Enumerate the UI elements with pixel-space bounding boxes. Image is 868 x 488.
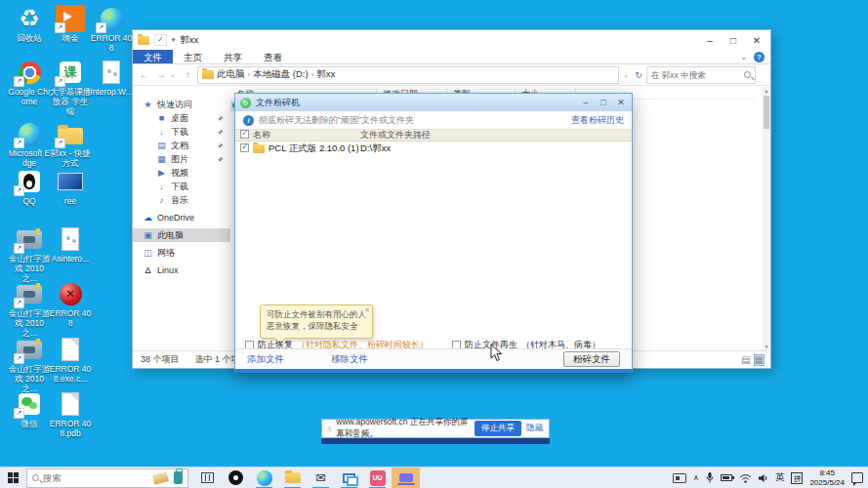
desktop-icon-qq[interactable]: QQ [8,168,51,207]
select-all-checkbox[interactable]: ✓ [240,130,249,139]
column-name[interactable]: 名称 [253,129,360,142]
drag-handle-icon[interactable]: ‖ [328,425,331,433]
address-dropdown-icon[interactable]: ⌄ [621,71,631,79]
start-button[interactable] [0,468,26,488]
desktop-icon-error408-edge[interactable]: ERROR 408 [90,5,133,54]
quick-access-toolbar-icon[interactable]: ✓ [154,34,167,46]
maximize-button[interactable]: □ [722,31,745,50]
desktop-icon-chrome[interactable]: Google Chrome [8,59,51,107]
tab-view[interactable]: 查看 [253,50,293,63]
stop-sharing-button[interactable]: 停止共享 [475,421,521,436]
desktop-icon-recycle-bin[interactable]: ♻ 回收站 [8,5,51,44]
desktop-icon-asintero-file[interactable]: Asintero... [49,225,92,264]
taskbar-search-input[interactable] [43,472,149,483]
breadcrumb-separator: › [248,70,251,79]
breadcrumb-this-pc[interactable]: 此电脑 [217,68,245,81]
taskbar-search[interactable] [26,468,188,488]
shred-files-button[interactable]: 粉碎文件 [563,351,620,367]
explorer-search-input[interactable] [651,70,741,80]
microphone-icon[interactable] [706,472,714,483]
details-view-icon[interactable]: ▤ [741,354,750,366]
shredder-titlebar[interactable]: ↻ 文件粉碎机 – □ ✕ [235,94,632,111]
sidebar-item-downloads[interactable]: ↓ 下载 [133,180,230,193]
taskbar-app-pinwheel[interactable] [222,468,250,488]
speaker-icon[interactable] [759,473,768,483]
action-center-icon[interactable] [851,472,863,483]
desktop-icon-typing-game-2[interactable]: 金山打字游戏 2010之... [8,280,51,338]
wifi-icon[interactable] [739,473,752,483]
tab-home[interactable]: 主页 [173,50,213,63]
column-path[interactable]: 文件或文件夹路径 [360,129,431,142]
scrollbar-thumb[interactable] [764,96,769,129]
breadcrumb[interactable]: 此电脑 › 本地磁盘 (D:) › 郭xx [197,66,619,84]
desktop-icon-error408-exe[interactable]: ERROR 408.exe.c... [49,336,92,385]
scroll-up-icon[interactable]: ▲ [763,88,770,94]
display-tray-icon[interactable] [673,473,686,483]
maximize-button[interactable]: □ [598,98,609,107]
row-checkbox[interactable]: ✓ [240,143,249,152]
forward-icon[interactable]: → [153,69,168,80]
minimize-button[interactable]: – [580,98,592,107]
tab-file[interactable]: 文件 [133,50,173,63]
sidebar-item-music[interactable]: ♪ 音乐 [133,193,230,207]
taskbar-app-file-explorer[interactable] [278,468,307,488]
battery-icon[interactable] [721,474,732,481]
explorer-titlebar[interactable]: ✓ ▾ 郭xx – □ ✕ [133,30,770,50]
taskbar-app-edge[interactable] [250,468,278,488]
sidebar-item-videos[interactable]: ▶ 视频 [133,166,230,180]
shredder-file-row[interactable]: ✓ PCL 正式版 2.10.0 (1) D:\郭xx [235,142,632,156]
help-icon[interactable]: ? [754,52,765,62]
sidebar-item-documents[interactable]: ▤ 文档 [133,139,230,152]
task-view-button[interactable] [193,468,222,488]
back-icon[interactable]: ← [137,69,151,80]
mouse-cursor [490,344,503,362]
ime-mode-icon[interactable]: 拼 [791,472,803,484]
scroll-down-icon[interactable]: ▼ [763,344,770,349]
desktop-icon-typing-game-1[interactable]: 金山打字游戏 2010之... [8,225,51,283]
taskbar-clock[interactable]: 8:45 2025/5/24 [809,468,845,488]
desktop-icon-orange-app[interactable]: 嗨金 [49,5,92,44]
document-icon: ▤ [156,141,167,150]
minimize-button[interactable]: – [698,31,722,50]
view-history-link[interactable]: 查看粉碎历史 [571,114,624,127]
taskbar-app-screen-share-active[interactable] [392,468,420,488]
refresh-icon[interactable]: ↻ [633,70,644,80]
recent-dropdown-icon[interactable]: ⌄ [170,71,179,79]
add-files-link[interactable]: 添加文件 [247,353,284,366]
sidebar-item-network[interactable]: ◫ 网络 [133,246,230,260]
tab-share[interactable]: 共享 [213,50,253,63]
hide-link[interactable]: 隐藏 [526,423,543,434]
desktop-icon-wechat[interactable]: 微信 [8,390,51,429]
sidebar-item-downloads-pinned[interactable]: ↓ 下载 [133,125,230,139]
desktop-icon-error408-red[interactable]: ✕ ERROR 408 [49,280,92,329]
desktop-icon-mooc-player[interactable]: 课 大学慕课播放器 学生端 [49,59,92,116]
sidebar-item-this-pc[interactable]: ▣ 此电脑 [133,228,230,242]
desktop-icon-ree[interactable]: ree [49,168,92,207]
sidebar-item-pictures[interactable]: ▦ 图片 [133,152,230,166]
hidden-icons-chevron[interactable]: ∧ [693,473,699,482]
sidebar-item-desktop[interactable]: ■ 桌面 [133,111,230,125]
language-indicator[interactable]: 英 [775,471,785,484]
taskbar-app-uu[interactable]: UU [363,468,392,488]
up-icon[interactable]: ↑ [181,69,195,80]
desktop-icon-error408-pdb[interactable]: ERROR 408.pdb [49,390,92,439]
thumbnail-view-icon[interactable]: ▦ [754,354,765,366]
ribbon-collapse-icon[interactable]: ⌄ [740,53,747,61]
desktop-icon-interop-file[interactable]: Interop.W... [90,59,133,98]
sidebar-item-quick-access[interactable]: ★ 快速访问 [133,98,230,111]
explorer-scrollbar[interactable]: ▲ ▼ [763,87,770,350]
remove-files-link[interactable]: 移除文件 [331,353,368,366]
sidebar-item-linux[interactable]: Δ Linux [133,264,230,277]
desktop-icon-guoxx-folder[interactable]: 郭xx - 快捷方式 [49,120,92,169]
close-button[interactable]: ✕ [745,31,768,50]
desktop-icon-typing-game-3[interactable]: 金山打字游戏 2010之... [8,336,51,393]
taskbar-app-mail[interactable]: ✉ [307,468,335,488]
tooltip-close-icon[interactable]: ✕ [364,305,370,315]
breadcrumb-drive-d[interactable]: 本地磁盘 (D:) [253,68,308,81]
close-button[interactable]: ✕ [615,98,627,107]
sidebar-item-onedrive[interactable]: ☁ OneDrive [133,211,230,224]
breadcrumb-guoxx[interactable]: 郭xx [316,68,335,81]
taskbar-app-windows-copy[interactable] [335,468,363,488]
quick-access-dropdown-icon[interactable]: ▾ [172,36,176,44]
desktop-icon-edge[interactable]: Microsoft Edge [8,120,51,169]
